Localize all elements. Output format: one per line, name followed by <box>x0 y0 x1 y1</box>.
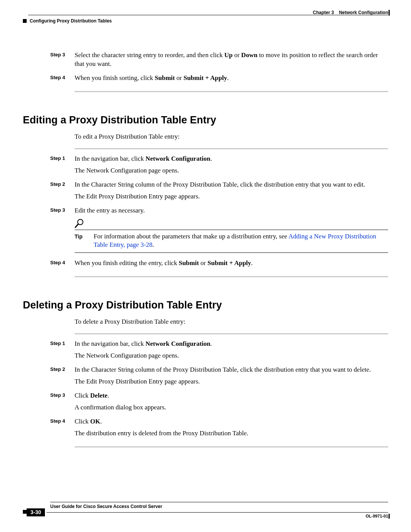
step-label: Step 2 <box>50 181 75 187</box>
bold-text: Network Configuration <box>145 340 210 347</box>
tip-rule <box>75 230 388 230</box>
text: The Edit Proxy Distribution Entry page a… <box>75 192 388 201</box>
step-label: Step 4 <box>50 259 75 265</box>
text: . <box>152 241 154 248</box>
text: or <box>199 259 208 267</box>
tip-block: Tip For information about the parameters… <box>75 218 388 253</box>
step-body: In the navigation bar, click Network Con… <box>75 340 388 363</box>
tip-rule <box>75 252 388 253</box>
step-label: Step 2 <box>50 366 75 372</box>
footer-end-bar <box>389 514 390 519</box>
header-end-bar <box>389 10 390 16</box>
section-intro: To delete a Proxy Distribution Table ent… <box>75 318 388 326</box>
text: Select the character string entry to reo… <box>75 51 224 59</box>
step-label: Step 1 <box>50 155 75 161</box>
text: A confirmation dialog box appears. <box>75 403 388 412</box>
step-row: Step 3 Click Delete. A confirmation dial… <box>50 391 388 415</box>
step-label: Step 1 <box>50 340 75 346</box>
text: The distribution entry is deleted from t… <box>75 429 388 438</box>
text: or <box>175 74 184 81</box>
step-label: Step 3 <box>50 51 75 58</box>
step-body: Edit the entry as necessary. <box>75 206 388 256</box>
text: Click <box>75 418 90 425</box>
text: . <box>227 74 229 81</box>
step-body: When you finish sorting, click Submit or… <box>75 74 388 86</box>
text: Click <box>75 392 90 399</box>
text: Edit the entry as necessary. <box>75 206 388 215</box>
header-section-title: Configuring Proxy Distribution Tables <box>30 18 112 24</box>
text: When you finish editing the entry, click <box>75 259 179 267</box>
magnifier-icon <box>75 218 84 228</box>
footer-guide-title: User Guide for Cisco Secure Access Contr… <box>50 504 388 509</box>
text: In the navigation bar, click <box>75 340 145 347</box>
step-label: Step 3 <box>50 391 75 398</box>
step-body: Click OK. The distribution entry is dele… <box>75 417 388 441</box>
section-heading-delete: Deleting a Proxy Distribution Table Entr… <box>23 299 388 311</box>
bold-text: Submit <box>179 259 199 267</box>
page-number: 3-30 <box>27 508 45 516</box>
text: . <box>210 340 212 347</box>
section-divider <box>75 91 388 92</box>
step-row: Step 1 In the navigation bar, click Netw… <box>50 340 388 363</box>
text: When you finish sorting, click <box>75 74 155 81</box>
text: . <box>107 392 109 399</box>
section-divider <box>75 276 388 277</box>
text: . <box>251 259 253 267</box>
header-chapter: Chapter 3 Network Configuration <box>313 10 388 15</box>
text: The Edit Proxy Distribution Entry page a… <box>75 377 388 386</box>
bold-text: Submit + Apply <box>183 74 227 81</box>
step-body: In the Character String column of the Pr… <box>75 181 388 204</box>
svg-point-0 <box>78 219 83 225</box>
bold-text: OK <box>90 418 100 425</box>
text: or <box>233 51 241 59</box>
top-steps: Step 3 Select the character string entry… <box>50 51 388 86</box>
text: . <box>210 155 212 162</box>
tip-label: Tip <box>75 232 94 240</box>
text: In the navigation bar, click <box>75 155 145 162</box>
step-label: Step 4 <box>50 74 75 80</box>
text: The Network Configuration page opens. <box>75 166 388 175</box>
step-row: Step 3 Edit the entry as necessary. <box>50 206 388 256</box>
text: . <box>100 418 102 425</box>
section-divider <box>75 148 388 149</box>
footer-rule <box>46 512 388 513</box>
page-header: Chapter 3 Network Configuration Configur… <box>23 11 388 24</box>
step-body: Select the character string entry to reo… <box>75 51 388 72</box>
bold-text: Delete <box>90 392 107 399</box>
step-row: Step 2 In the Character String column of… <box>50 181 388 204</box>
footer-square-icon <box>23 510 27 514</box>
section-heading-edit: Editing a Proxy Distribution Table Entry <box>23 114 388 126</box>
delete-steps: Step 1 In the navigation bar, click Netw… <box>50 340 388 441</box>
text: In the Character String column of the Pr… <box>75 181 388 189</box>
step-row: Step 2 In the Character String column of… <box>50 366 388 389</box>
bold-text: Submit <box>155 74 175 81</box>
text: In the Character String column of the Pr… <box>75 366 388 374</box>
page-content: Step 3 Select the character string entry… <box>23 51 388 447</box>
bold-text: Submit + Apply <box>207 259 251 267</box>
step-label: Step 4 <box>50 417 75 424</box>
step-row: Step 4 When you finish editing the entry… <box>50 259 388 271</box>
step-row: Step 4 When you finish sorting, click Su… <box>50 74 388 86</box>
text: The Network Configuration page opens. <box>75 351 388 360</box>
bold-text: Down <box>241 51 258 59</box>
footer-doc-id: OL-9971-01 <box>366 514 388 518</box>
tip-text: For information about the parameters tha… <box>94 232 388 250</box>
chapter-title: Network Configuration <box>339 10 388 15</box>
bold-text: Network Configuration <box>145 155 210 162</box>
section-divider <box>75 446 388 447</box>
header-square-icon <box>23 19 27 23</box>
step-row: Step 3 Select the character string entry… <box>50 51 388 72</box>
header-rule <box>28 15 388 15</box>
footer-rule <box>50 502 388 502</box>
step-row: Step 1 In the navigation bar, click Netw… <box>50 155 388 178</box>
section-divider <box>75 333 388 334</box>
bold-text: Up <box>224 51 233 59</box>
page-footer: User Guide for Cisco Secure Access Contr… <box>23 502 388 519</box>
step-body: Click Delete. A confirmation dialog box … <box>75 391 388 415</box>
edit-steps: Step 1 In the navigation bar, click Netw… <box>50 155 388 271</box>
svg-line-1 <box>75 224 78 227</box>
chapter-label: Chapter 3 <box>313 10 334 15</box>
step-row: Step 4 Click OK. The distribution entry … <box>50 417 388 441</box>
step-body: In the navigation bar, click Network Con… <box>75 155 388 178</box>
text: For information about the parameters tha… <box>94 233 288 240</box>
